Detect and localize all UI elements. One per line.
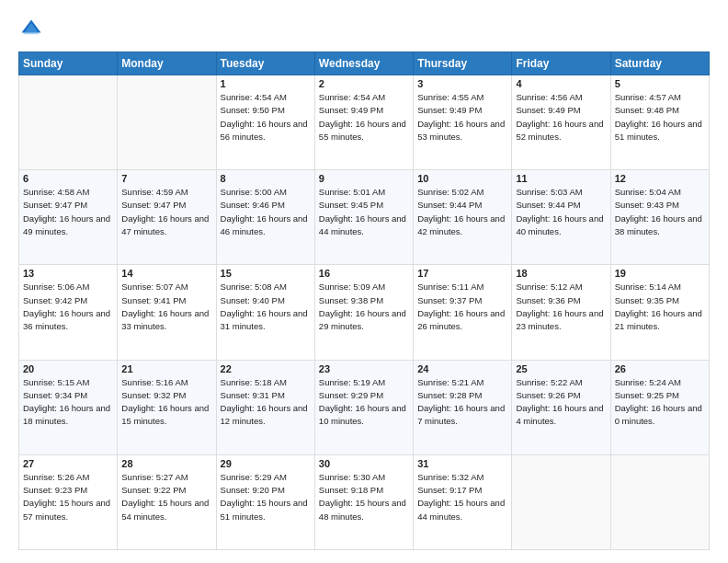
day-number: 21 (121, 363, 211, 374)
weekday-header-row: SundayMondayTuesdayWednesdayThursdayFrid… (19, 52, 710, 75)
day-info: Sunrise: 5:27 AMSunset: 9:22 PMDaylight:… (121, 471, 211, 523)
weekday-cell: Wednesday (314, 52, 413, 75)
day-number: 24 (417, 363, 507, 374)
day-cell: 27Sunrise: 5:26 AMSunset: 9:23 PMDayligh… (19, 454, 118, 549)
weekday-cell: Monday (118, 52, 216, 75)
day-number: 28 (121, 458, 211, 469)
day-cell: 7Sunrise: 4:59 AMSunset: 9:47 PMDaylight… (118, 170, 216, 265)
day-info: Sunrise: 5:30 AMSunset: 9:18 PMDaylight:… (319, 471, 409, 523)
day-info: Sunrise: 4:54 AMSunset: 9:49 PMDaylight:… (319, 91, 409, 144)
week-row: 20Sunrise: 5:15 AMSunset: 9:34 PMDayligh… (19, 360, 710, 454)
weekday-cell: Tuesday (216, 52, 314, 75)
day-info: Sunrise: 5:16 AMSunset: 9:32 PMDaylight:… (121, 376, 211, 429)
day-cell: 22Sunrise: 5:18 AMSunset: 9:31 PMDayligh… (216, 360, 314, 454)
day-cell: 1Sunrise: 4:54 AMSunset: 9:50 PMDaylight… (216, 75, 314, 170)
day-cell (512, 454, 610, 549)
day-info: Sunrise: 5:07 AMSunset: 9:41 PMDaylight:… (121, 281, 211, 333)
day-cell: 9Sunrise: 5:01 AMSunset: 9:45 PMDaylight… (314, 170, 413, 265)
day-info: Sunrise: 5:04 AMSunset: 9:43 PMDaylight:… (615, 186, 705, 238)
day-info: Sunrise: 5:11 AMSunset: 9:37 PMDaylight:… (417, 281, 507, 333)
weekday-cell: Thursday (414, 52, 512, 75)
day-cell: 19Sunrise: 5:14 AMSunset: 9:35 PMDayligh… (610, 265, 709, 360)
day-number: 27 (23, 458, 113, 469)
day-cell: 21Sunrise: 5:16 AMSunset: 9:32 PMDayligh… (118, 360, 216, 454)
day-cell: 13Sunrise: 5:06 AMSunset: 9:42 PMDayligh… (19, 265, 118, 360)
logo-icon (18, 17, 44, 42)
day-cell: 3Sunrise: 4:55 AMSunset: 9:49 PMDaylight… (414, 75, 512, 170)
day-cell: 31Sunrise: 5:32 AMSunset: 9:17 PMDayligh… (414, 454, 512, 549)
day-number: 22 (221, 363, 311, 374)
day-info: Sunrise: 5:09 AMSunset: 9:38 PMDaylight:… (319, 281, 409, 333)
day-number: 23 (319, 363, 409, 374)
day-number: 29 (221, 458, 311, 469)
day-cell: 25Sunrise: 5:22 AMSunset: 9:26 PMDayligh… (512, 360, 610, 454)
day-cell: 10Sunrise: 5:02 AMSunset: 9:44 PMDayligh… (414, 170, 512, 265)
day-info: Sunrise: 5:24 AMSunset: 9:25 PMDaylight:… (615, 376, 705, 429)
day-cell: 26Sunrise: 5:24 AMSunset: 9:25 PMDayligh… (610, 360, 709, 454)
day-number: 2 (319, 78, 409, 89)
page: SundayMondayTuesdayWednesdayThursdayFrid… (0, 0, 728, 563)
day-cell (19, 75, 118, 170)
day-cell: 20Sunrise: 5:15 AMSunset: 9:34 PMDayligh… (19, 360, 118, 454)
day-cell: 18Sunrise: 5:12 AMSunset: 9:36 PMDayligh… (512, 265, 610, 360)
day-info: Sunrise: 5:01 AMSunset: 9:45 PMDaylight:… (319, 186, 409, 238)
day-info: Sunrise: 5:22 AMSunset: 9:26 PMDaylight:… (516, 376, 606, 429)
day-number: 8 (221, 173, 311, 184)
day-info: Sunrise: 5:02 AMSunset: 9:44 PMDaylight:… (417, 186, 507, 238)
day-number: 18 (516, 268, 606, 279)
day-cell: 15Sunrise: 5:08 AMSunset: 9:40 PMDayligh… (216, 265, 314, 360)
day-cell: 11Sunrise: 5:03 AMSunset: 9:44 PMDayligh… (512, 170, 610, 265)
day-number: 6 (23, 173, 113, 184)
day-info: Sunrise: 5:12 AMSunset: 9:36 PMDaylight:… (516, 281, 606, 333)
day-cell: 4Sunrise: 4:56 AMSunset: 9:49 PMDaylight… (512, 75, 610, 170)
day-info: Sunrise: 5:06 AMSunset: 9:42 PMDaylight:… (23, 281, 113, 333)
day-number: 31 (417, 458, 507, 469)
day-number: 11 (516, 173, 606, 184)
week-row: 27Sunrise: 5:26 AMSunset: 9:23 PMDayligh… (19, 454, 710, 549)
day-info: Sunrise: 5:18 AMSunset: 9:31 PMDaylight:… (221, 376, 311, 429)
day-info: Sunrise: 5:00 AMSunset: 9:46 PMDaylight:… (221, 186, 311, 238)
day-number: 3 (417, 78, 507, 89)
week-row: 1Sunrise: 4:54 AMSunset: 9:50 PMDaylight… (19, 75, 710, 170)
day-number: 26 (615, 363, 705, 374)
day-cell (610, 454, 709, 549)
calendar-body: 1Sunrise: 4:54 AMSunset: 9:50 PMDaylight… (19, 75, 710, 550)
day-number: 10 (417, 173, 507, 184)
day-info: Sunrise: 4:55 AMSunset: 9:49 PMDaylight:… (417, 91, 507, 144)
day-info: Sunrise: 5:19 AMSunset: 9:29 PMDaylight:… (319, 376, 409, 429)
day-cell: 29Sunrise: 5:29 AMSunset: 9:20 PMDayligh… (216, 454, 314, 549)
day-number: 12 (615, 173, 705, 184)
day-info: Sunrise: 5:21 AMSunset: 9:28 PMDaylight:… (417, 376, 507, 429)
day-number: 4 (516, 78, 606, 89)
day-number: 25 (516, 363, 606, 374)
day-cell: 24Sunrise: 5:21 AMSunset: 9:28 PMDayligh… (414, 360, 512, 454)
day-number: 7 (121, 173, 211, 184)
weekday-cell: Sunday (19, 52, 118, 75)
day-info: Sunrise: 5:14 AMSunset: 9:35 PMDaylight:… (615, 281, 705, 333)
day-info: Sunrise: 5:03 AMSunset: 9:44 PMDaylight:… (516, 186, 606, 238)
day-cell: 12Sunrise: 5:04 AMSunset: 9:43 PMDayligh… (610, 170, 709, 265)
day-cell (118, 75, 216, 170)
weekday-cell: Friday (512, 52, 610, 75)
day-cell: 2Sunrise: 4:54 AMSunset: 9:49 PMDaylight… (314, 75, 413, 170)
day-info: Sunrise: 4:57 AMSunset: 9:48 PMDaylight:… (615, 91, 705, 144)
day-number: 16 (319, 268, 409, 279)
day-number: 20 (23, 363, 113, 374)
day-number: 15 (221, 268, 311, 279)
day-info: Sunrise: 5:08 AMSunset: 9:40 PMDaylight:… (221, 281, 311, 333)
week-row: 6Sunrise: 4:58 AMSunset: 9:47 PMDaylight… (19, 170, 710, 265)
day-cell: 28Sunrise: 5:27 AMSunset: 9:22 PMDayligh… (118, 454, 216, 549)
day-number: 19 (615, 268, 705, 279)
day-number: 30 (319, 458, 409, 469)
day-number: 13 (23, 268, 113, 279)
day-number: 17 (417, 268, 507, 279)
day-info: Sunrise: 5:32 AMSunset: 9:17 PMDaylight:… (417, 471, 507, 523)
day-info: Sunrise: 5:26 AMSunset: 9:23 PMDaylight:… (23, 471, 113, 523)
day-cell: 23Sunrise: 5:19 AMSunset: 9:29 PMDayligh… (314, 360, 413, 454)
day-number: 14 (121, 268, 211, 279)
day-number: 9 (319, 173, 409, 184)
day-cell: 8Sunrise: 5:00 AMSunset: 9:46 PMDaylight… (216, 170, 314, 265)
day-info: Sunrise: 4:59 AMSunset: 9:47 PMDaylight:… (121, 186, 211, 238)
day-cell: 6Sunrise: 4:58 AMSunset: 9:47 PMDaylight… (19, 170, 118, 265)
day-cell: 5Sunrise: 4:57 AMSunset: 9:48 PMDaylight… (610, 75, 709, 170)
